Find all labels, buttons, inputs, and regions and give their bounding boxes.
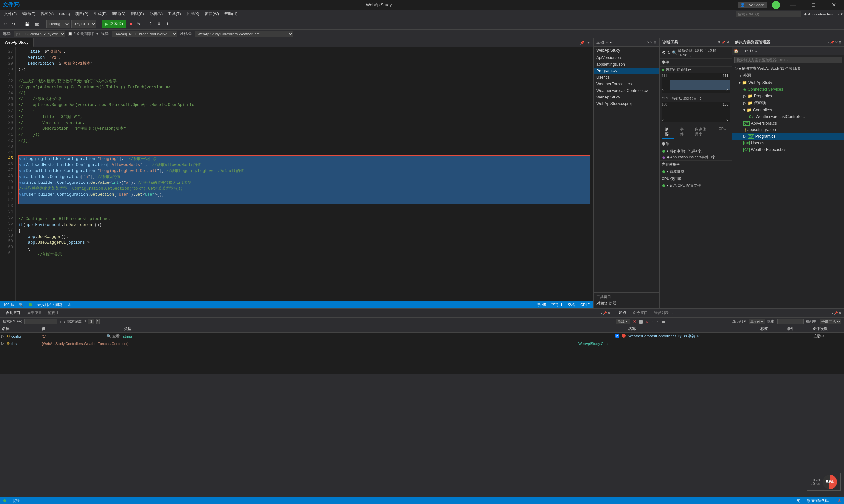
menu-project[interactable]: 项目(P)	[72, 11, 91, 17]
file-item-controller[interactable]: WeatherForecastController.cs	[594, 87, 659, 94]
restart-btn[interactable]: ↻	[135, 20, 142, 28]
stack-select[interactable]: WebApiStudy.Controllers.WeatherFore...	[194, 31, 293, 37]
sol-program-cs[interactable]: ▷C#Program.cs	[732, 133, 844, 140]
editor-content[interactable]: 2728293031 3233343536 3738394041 424344 …	[0, 48, 593, 301]
expand-icon-config[interactable]: ▷	[0, 334, 6, 338]
solution-explorer-search[interactable]	[734, 57, 842, 63]
tab-program-cs[interactable]: WebApiStudy	[0, 38, 34, 47]
tab-command-window[interactable]: 命令窗口	[630, 309, 651, 317]
diag-tab-cpu[interactable]: CPU	[716, 126, 729, 139]
toolbar-saveall-btn[interactable]: 🖴	[33, 20, 41, 28]
diag-settings-icon[interactable]: ⚙	[662, 50, 666, 55]
bp-search-input[interactable]	[777, 319, 804, 324]
sol-filter-btn[interactable]: ▽	[754, 49, 757, 53]
sol-weatherforecast-controller[interactable]: C#WeatherForecastControlle...	[732, 113, 844, 120]
auto-panel-icons[interactable]: ▪ 📌 ✕	[601, 311, 610, 315]
bp-checkbox[interactable]	[613, 334, 620, 339]
sol-dependencies[interactable]: ▷📁依赖项	[732, 99, 844, 107]
process-select[interactable]: [50508] WebApiStudy.exe	[14, 31, 65, 37]
file-item-weatherforecast[interactable]: WeatherForecast.cs	[594, 81, 659, 87]
menu-tools[interactable]: 工具(T)	[165, 11, 183, 17]
solution-explorer-controls[interactable]: ▪ 📌 ✕ ⊞	[828, 40, 841, 44]
add-tab-icon[interactable]: ＋	[586, 40, 590, 46]
file-item-csproj[interactable]: WebApiStudy.csproj	[594, 101, 659, 107]
diag-refresh-icon[interactable]: ↻	[667, 50, 671, 55]
gear-icon[interactable]: ⚙ ✕ ⊞	[646, 40, 656, 44]
stepover-btn[interactable]: ⤵	[148, 20, 154, 28]
sol-weatherforecast-cs[interactable]: C#WeatherForecast.cs	[732, 146, 844, 153]
tab-error-list[interactable]: 错误列表 ...	[651, 309, 676, 317]
close-button[interactable]: ✕	[826, 0, 841, 10]
refresh-auto-btn[interactable]: ↻	[96, 319, 100, 324]
sol-sync-btn[interactable]: ⟳	[745, 49, 748, 53]
menu-window[interactable]: 窗口(W)	[202, 11, 222, 17]
stepinto-btn[interactable]: ⬇	[155, 20, 162, 28]
tab-breakpoints[interactable]: 断点	[616, 309, 630, 317]
menu-git[interactable]: Git(G)	[56, 11, 72, 17]
tab-locals[interactable]: 局部变量	[24, 309, 45, 317]
sol-properties[interactable]: ▷📁Properties	[732, 93, 844, 99]
diag-search-icon[interactable]: 🔍	[672, 50, 677, 55]
sol-home-btn[interactable]: 🏠	[734, 49, 739, 53]
sol-apiversions[interactable]: C#ApiVersions.cs	[732, 120, 844, 126]
live-share-button[interactable]: 👤 Live Share	[738, 2, 767, 8]
stepout-btn[interactable]: ⬆	[164, 20, 171, 28]
bp-panel-controls[interactable]: ▪ 📌 ✕	[832, 311, 841, 315]
in-col-select[interactable]: 全部可见	[820, 319, 841, 324]
sol-back-btn[interactable]: ←	[740, 49, 744, 53]
sol-controllers[interactable]: ▾📁Controllers	[732, 107, 844, 113]
file-item-program[interactable]: Program.cs	[594, 68, 659, 74]
sol-connected-services[interactable]: ◈Connected Services	[732, 86, 844, 93]
maximize-button[interactable]: □	[806, 0, 821, 10]
menu-build[interactable]: 生成(B)	[91, 11, 109, 17]
bp-circle-icon[interactable]: ○	[645, 319, 648, 324]
bp-row-1[interactable]: WeatherForecastController.cs, 行 38 字符 13…	[613, 333, 844, 340]
file-item-user[interactable]: User.cs	[594, 74, 659, 81]
show-cols-btn[interactable]: 显示列▼	[749, 319, 765, 324]
app-insights-button[interactable]: ◆ Application Insights ▾	[804, 12, 843, 16]
menu-debug[interactable]: 调试(D)	[109, 11, 128, 17]
user-avatar[interactable]: U	[772, 1, 780, 9]
tab-auto-window[interactable]: 自动窗口	[3, 309, 24, 317]
search-down-btn[interactable]: ↓	[63, 319, 65, 324]
toolbar-undo-btn[interactable]: ↩	[1, 20, 8, 28]
auto-row-config[interactable]: ▷ ⚙ config "1" 🔍 查看 string	[0, 333, 613, 340]
menu-extensions[interactable]: 扩展(X)	[184, 11, 202, 17]
minimize-button[interactable]: —	[785, 0, 800, 10]
lookup-icon[interactable]: 🔍 查看	[105, 334, 121, 339]
object-browser-item[interactable]: 对象浏览器	[597, 300, 656, 307]
auto-row-this[interactable]: ▷ ⚙ this {WebApiStudy.Controllers.Weathe…	[0, 340, 613, 347]
file-item-apiversions[interactable]: ApiVersions.cs	[594, 54, 659, 61]
sol-user-cs[interactable]: C#User.cs	[732, 140, 844, 146]
cpu-config-select[interactable]: Any CPU x64	[71, 20, 96, 28]
toolbar-save-btn[interactable]: 💾	[23, 20, 32, 28]
auto-search-input[interactable]	[24, 319, 57, 324]
bp-delete-btn[interactable]: ✕	[632, 319, 636, 324]
file-item-appsettings[interactable]: appsettings.json	[594, 61, 659, 68]
bp-arrow-left-icon[interactable]: ←	[656, 319, 660, 324]
sol-appsettings[interactable]: {}appsettings.json	[732, 126, 844, 133]
bp-arrow-right-icon[interactable]: →	[650, 319, 654, 324]
thread-select[interactable]: [44240] .NET ThreadPool Worke...	[112, 31, 177, 37]
diag-panel-controls[interactable]: ⚙ 📌 ✕	[718, 40, 729, 44]
menu-view[interactable]: 视图(V)	[38, 11, 56, 17]
search-up-btn[interactable]: ↑	[59, 319, 61, 324]
continue-button[interactable]: ▶ 继续(D)	[102, 20, 126, 28]
diag-tab-summary[interactable]: 摘要	[662, 126, 674, 139]
menu-edit[interactable]: 编辑(E)	[19, 11, 38, 17]
tab-watch[interactable]: 监视 1	[45, 309, 62, 317]
bp-list-icon[interactable]: ☰	[662, 319, 666, 324]
toolbar-redo-btn[interactable]: ↪	[10, 20, 17, 28]
file-item-webapistudy[interactable]: WebApiStudy	[594, 94, 659, 101]
stop-btn[interactable]: ■	[127, 20, 134, 28]
sol-webapistudy-node[interactable]: ▾📁WebApiStudy	[732, 79, 844, 86]
bp-enabled-checkbox[interactable]	[615, 334, 619, 338]
menu-analyze[interactable]: 分析(N)	[147, 11, 166, 17]
diag-tab-events[interactable]: 事件	[677, 126, 689, 139]
sol-external-sources[interactable]: ▷外源	[732, 72, 844, 79]
sol-refresh-btn[interactable]: ↻	[750, 49, 753, 53]
diag-tab-memory[interactable]: 内存使用率	[692, 126, 713, 139]
menu-help[interactable]: 帮助(H)	[222, 11, 240, 17]
global-search-input[interactable]	[736, 11, 802, 17]
code-area[interactable]: Title = $"项目名", Version = "V1", Descript…	[16, 48, 593, 301]
